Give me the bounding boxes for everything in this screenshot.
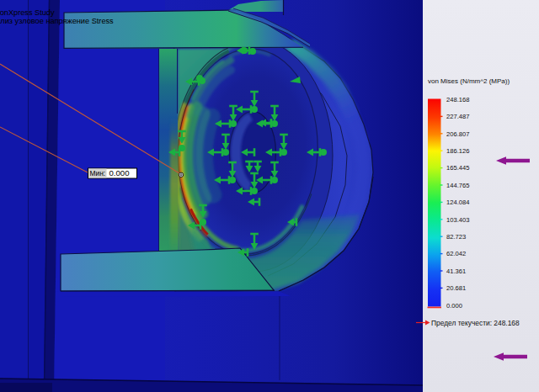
svg-text:Предел текучести: 248.168: Предел текучести: 248.168: [431, 319, 520, 327]
svg-text:62.042: 62.042: [446, 250, 466, 257]
svg-text:von Mises (N/mm^2 (MPa)): von Mises (N/mm^2 (MPa)): [428, 77, 510, 85]
svg-text:103.403: 103.403: [446, 216, 469, 224]
svg-text:0.000: 0.000: [109, 168, 130, 177]
svg-text:165.445: 165.445: [446, 164, 469, 172]
svg-text:248.168: 248.168: [446, 96, 469, 103]
svg-text:Мин:: Мин:: [90, 169, 106, 177]
svg-text:124.084: 124.084: [446, 199, 469, 206]
svg-text:186.126: 186.126: [446, 147, 469, 155]
svg-text:82.723: 82.723: [446, 233, 466, 241]
svg-text:41.361: 41.361: [446, 268, 466, 275]
svg-text:144.765: 144.765: [446, 182, 469, 189]
svg-text:Анализ узловое напряжение Stre: Анализ узловое напряжение Stress: [0, 17, 114, 25]
svg-text:20.681: 20.681: [446, 284, 466, 292]
svg-text:0.000: 0.000: [446, 302, 462, 310]
svg-text:227.487: 227.487: [446, 113, 469, 120]
svg-text:SimulationXpress Study: SimulationXpress Study: [0, 8, 55, 17]
svg-text:206.807: 206.807: [446, 130, 469, 138]
